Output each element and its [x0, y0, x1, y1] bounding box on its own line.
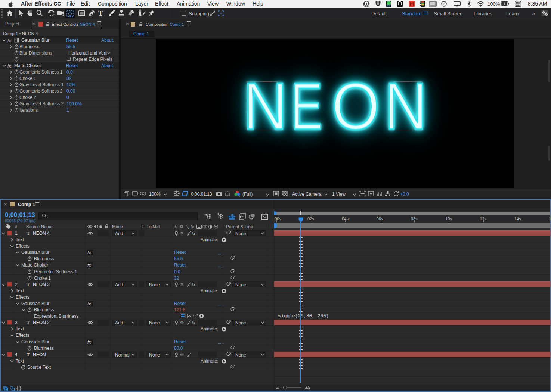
- svg-text:fx: fx: [87, 301, 91, 307]
- svg-text:fx: fx: [7, 38, 11, 43]
- svg-text:fx: fx: [7, 63, 11, 69]
- svg-text:fx: fx: [87, 263, 91, 268]
- svg-text:fx: fx: [87, 250, 91, 255]
- svg-text:fx: fx: [191, 224, 194, 229]
- svg-text:fx: fx: [192, 320, 195, 325]
- svg-text:fx: fx: [87, 340, 91, 345]
- svg-text:fx: fx: [192, 231, 195, 236]
- svg-text:fx: fx: [192, 282, 195, 287]
